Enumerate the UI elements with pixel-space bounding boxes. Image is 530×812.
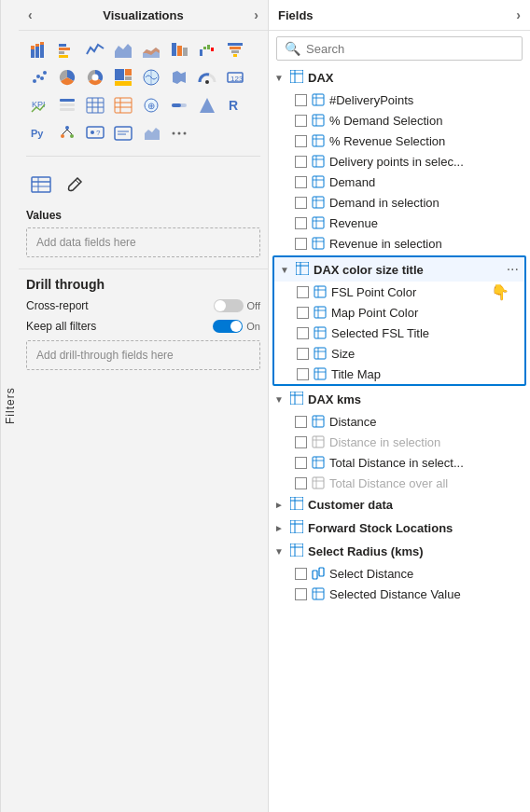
svg-text:R: R [229, 98, 238, 113]
svg-rect-95 [313, 197, 324, 208]
viz-icon-map[interactable] [138, 64, 164, 90]
field-checkbox-total-dist-all[interactable] [295, 477, 307, 489]
viz-icon-line[interactable] [82, 36, 108, 62]
viz-icon-pie[interactable] [54, 64, 80, 90]
field-checkbox-select-dist[interactable] [295, 568, 307, 580]
viz-icon-qa[interactable]: ? [82, 120, 108, 146]
viz-icon-treemap[interactable] [110, 64, 136, 90]
tree-group-select-radius: ▼ Select Radius (kms) Select Distance [269, 540, 530, 604]
field-total-dist-all[interactable]: Total Distance over all [269, 473, 530, 493]
field-checkbox-fsl-color[interactable] [297, 286, 309, 298]
field-checkbox-distance[interactable] [295, 416, 307, 428]
field-checkbox-demand-sel[interactable] [295, 115, 307, 127]
field-checkbox-total-dist-sel[interactable] [295, 457, 307, 469]
field-selected-dist-val[interactable]: Selected Distance Value [269, 584, 530, 604]
field-distance-in-sel[interactable]: Distance in selection [269, 432, 530, 452]
field-selected-fsl-title[interactable]: Selected FSL Title [274, 323, 524, 343]
viz-icon-stacked-area[interactable] [138, 36, 164, 62]
viz-icon-ribbon[interactable] [166, 36, 192, 62]
fields-expand-arrow[interactable]: › [516, 7, 521, 22]
viz-icon-py[interactable]: Py [26, 120, 52, 146]
group-header-customer[interactable]: ► Customer data [269, 493, 530, 516]
viz-icon-custom-1[interactable]: ⊕ [138, 92, 164, 118]
field-revenue-selection[interactable]: % Revenue Selection [269, 131, 530, 151]
field-checkbox-fsl-title[interactable] [297, 327, 309, 339]
keep-all-filters-toggle[interactable]: On [213, 320, 260, 333]
viz-icon-decomp[interactable] [54, 120, 80, 146]
group-header-dax[interactable]: ▼ DAX [269, 66, 530, 89]
field-delivery-points[interactable]: #DeliveryPoints [269, 89, 530, 110]
field-checkbox-selected-dist-val[interactable] [295, 588, 307, 600]
field-map-point-color[interactable]: Map Point Color [274, 302, 524, 323]
filters-tab[interactable]: Filters [0, 0, 19, 812]
viz-collapse-arrow[interactable]: ‹ [28, 7, 33, 22]
group-header-select-radius[interactable]: ▼ Select Radius (kms) [269, 540, 530, 563]
field-select-distance[interactable]: Select Distance [269, 563, 530, 584]
keep-all-filters-track[interactable] [213, 320, 243, 333]
add-drillthrough-zone[interactable]: Add drill-through fields here [26, 340, 260, 370]
viz-icon-custom-3[interactable] [194, 92, 220, 118]
viz-icon-custom-2[interactable] [166, 92, 192, 118]
field-checkbox-revenue-sel[interactable] [295, 135, 307, 147]
viz-icon-card[interactable]: 123 [222, 64, 248, 90]
svg-rect-15 [183, 48, 188, 56]
search-box[interactable]: 🔍 [276, 36, 523, 61]
field-checkbox-map-color[interactable] [297, 307, 309, 319]
field-title-map[interactable]: Title Map [274, 364, 524, 384]
viz-icon-funnel[interactable] [222, 36, 248, 62]
dax-color-more-button[interactable]: ··· [507, 261, 519, 278]
viz-icon-custom-4[interactable] [138, 120, 164, 146]
field-type-icon-fsl-color [313, 284, 328, 299]
field-revenue[interactable]: Revenue [269, 213, 530, 233]
cross-report-track[interactable] [214, 299, 244, 312]
viz-icon-scatter[interactable] [26, 64, 52, 90]
viz-icon-waterfall[interactable] [194, 36, 220, 62]
viz-icon-clustered-bar[interactable] [54, 36, 80, 62]
viz-icon-stacked-bar[interactable] [26, 36, 52, 62]
field-checkbox-demand-in-sel[interactable] [295, 197, 307, 209]
viz-icon-r[interactable]: R [222, 92, 248, 118]
viz-icon-area[interactable] [110, 36, 136, 62]
field-checkbox-demand[interactable] [295, 176, 307, 188]
field-demand[interactable]: Demand [269, 172, 530, 192]
viz-icon-more[interactable] [166, 120, 192, 146]
viz-icon-kpi[interactable]: KPI [26, 92, 52, 118]
field-size[interactable]: Size [274, 343, 524, 364]
viz-icon-smart-narrative[interactable] [110, 120, 136, 146]
field-demand-selection[interactable]: % Demand Selection [269, 110, 530, 131]
fsl-group-name: Forward Stock Locations [308, 521, 453, 535]
group-header-dax-kms[interactable]: ▼ DAX kms [269, 388, 530, 411]
build-icon-paintbrush[interactable] [60, 170, 90, 200]
field-checkbox-delivery-points[interactable] [295, 94, 307, 106]
field-demand-in-selection[interactable]: Demand in selection [269, 192, 530, 213]
svg-rect-131 [313, 457, 324, 468]
field-checkbox-title-map[interactable] [297, 368, 309, 380]
field-checkbox-revenue[interactable] [295, 217, 307, 229]
cross-report-toggle[interactable]: Off [214, 299, 260, 312]
customer-group-name: Customer data [308, 498, 393, 512]
group-header-fsl[interactable]: ► Forward Stock Locations [269, 516, 530, 540]
field-name-select-dist: Select Distance [329, 567, 524, 581]
field-revenue-in-sel[interactable]: Revenue in selection [269, 233, 530, 254]
field-checkbox-revenue-in-sel[interactable] [295, 238, 307, 250]
dax-kms-table-icon [289, 392, 304, 407]
field-name-fsl-color: FSL Point Color [331, 285, 519, 299]
field-fsl-point-color[interactable]: FSL Point Color 👇 [274, 282, 524, 302]
viz-icon-slicer[interactable] [54, 92, 80, 118]
field-checkbox-dist-in-sel[interactable] [295, 436, 307, 448]
add-data-fields-zone[interactable]: Add data fields here [26, 227, 260, 257]
viz-icon-gauge[interactable] [194, 64, 220, 90]
viz-icon-table[interactable] [82, 92, 108, 118]
build-icon-table[interactable] [26, 170, 56, 200]
viz-icon-donut[interactable] [82, 64, 108, 90]
viz-icon-matrix[interactable] [110, 92, 136, 118]
viz-expand-arrow[interactable]: › [254, 7, 258, 22]
viz-icon-filled-map[interactable] [166, 64, 192, 90]
field-distance[interactable]: Distance [269, 411, 530, 432]
field-checkbox-delivery-selec[interactable] [295, 156, 307, 168]
field-total-dist-select[interactable]: Total Distance in select... [269, 452, 530, 473]
search-input[interactable] [306, 42, 514, 56]
field-delivery-points-selec[interactable]: Delivery points in selec... [269, 151, 530, 172]
group-header-dax-color[interactable]: ▼ DAX color size title ··· [274, 257, 524, 282]
field-checkbox-size[interactable] [297, 348, 309, 360]
